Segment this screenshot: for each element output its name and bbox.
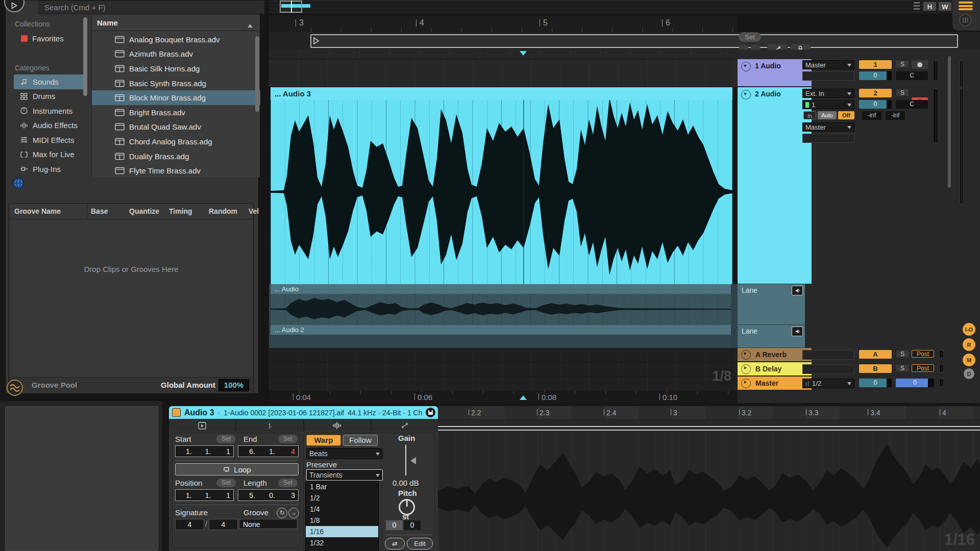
take-lane-1[interactable]: ... Audio (269, 284, 738, 325)
follow-button[interactable]: Follow (343, 435, 378, 446)
lane2-clip-label[interactable]: ... Audio 2 (271, 325, 731, 335)
sample-editor[interactable]: 2.22.32.433.23.33.44 1/16 (438, 406, 980, 551)
pitch-fine[interactable]: 0 (404, 520, 421, 530)
save-default-clip-button[interactable] (426, 408, 435, 417)
track2-solo-button[interactable]: S (896, 89, 909, 96)
sidebar-item-sounds[interactable]: Sounds (14, 74, 86, 89)
lane2-header[interactable]: Lane (738, 325, 805, 348)
groove-pool-drop-zone[interactable]: Drop Clips or Grooves Here (9, 265, 253, 273)
groove-select[interactable]: None (239, 519, 298, 529)
track2-activator[interactable]: 2 (859, 89, 892, 97)
fixed-height-button[interactable]: H (923, 2, 937, 11)
edit-button[interactable]: Edit (407, 538, 433, 549)
file-item[interactable]: Duality Brass.adg (92, 149, 260, 164)
track2-header[interactable]: 2 Audio (738, 87, 812, 284)
extract-groove-button[interactable]: → (288, 508, 299, 518)
monitor-auto-button[interactable]: Auto (818, 111, 837, 119)
tab-modulation[interactable] (372, 419, 438, 432)
file-item[interactable]: Azimuth Brass.adv (92, 47, 260, 62)
sidebar-scrollbar[interactable] (83, 17, 87, 96)
lane1-clip-body[interactable] (271, 294, 731, 325)
sample-loop-brace-bottom[interactable] (438, 430, 980, 431)
file-item[interactable]: Brutal Quad Saw.adv (92, 120, 260, 135)
sidebar-item-midi-effects[interactable]: MIDI Effects (14, 133, 86, 147)
length-set-button[interactable]: Set (278, 479, 298, 487)
clip-waveform-area[interactable] (271, 100, 732, 284)
track2-pan[interactable]: 0 (859, 100, 892, 109)
signature-denominator[interactable]: 4 (209, 519, 238, 530)
clip-color-swatch[interactable] (172, 408, 181, 417)
sidebar-item-drums[interactable]: Drums (14, 89, 86, 104)
master-fold-icon[interactable] (741, 379, 751, 388)
track2-input-channel[interactable]: 1 (802, 100, 854, 109)
position-value[interactable]: 1.1.1 (175, 489, 234, 501)
return-a-routing[interactable] (802, 350, 854, 360)
track2-sub-routing[interactable] (802, 134, 854, 143)
track2-fold-icon[interactable] (741, 90, 751, 99)
packs-source-row[interactable] (5, 177, 259, 190)
signature-numerator[interactable]: 4 (175, 519, 204, 530)
return-a-fold-icon[interactable] (741, 350, 751, 360)
sidebar-item-plug-ins[interactable]: Plug-Ins (14, 162, 86, 177)
track2-input-routing[interactable]: Ext. In (802, 89, 854, 98)
return-a-pre-post[interactable]: Post (912, 350, 934, 358)
track2-crossfade[interactable]: C (896, 100, 928, 109)
preserve-option[interactable]: Transients (306, 548, 378, 551)
preserve-option[interactable]: 1/32 (306, 537, 378, 548)
lane1-header[interactable]: Lane (738, 284, 805, 325)
warp-mode-select[interactable]: Beats (306, 448, 383, 459)
col-base[interactable]: Base (91, 207, 108, 215)
preserve-option[interactable]: 1/8 (306, 515, 378, 526)
arrangement-view-icon[interactable] (959, 2, 973, 10)
return-b-pre-post[interactable]: Post (912, 364, 934, 372)
col-quantize[interactable]: Quantize (129, 207, 159, 215)
sample-beat-ruler[interactable]: 2.22.32.433.23.33.44 (438, 406, 980, 420)
file-item[interactable]: Bright Brass.adv (92, 105, 260, 120)
loop-toggle-button[interactable]: Loop (175, 463, 299, 475)
sidebar-item-max-for-live[interactable]: Max for Live (14, 147, 86, 162)
show-returns-button[interactable]: R (963, 338, 975, 351)
sidebar-item-instruments[interactable]: Instruments (14, 104, 86, 118)
return-tracks-area[interactable] (269, 348, 738, 391)
monitor-in-button[interactable]: In (803, 111, 816, 119)
track1-header[interactable]: 1 Audio (738, 59, 812, 87)
file-item[interactable]: Block Minor Brass.adg (92, 90, 260, 105)
arrangement-clip-audio3[interactable]: ... Audio 3 (271, 87, 732, 284)
preserve-select[interactable]: Transients (306, 469, 383, 481)
col-velocity[interactable]: Vel (249, 207, 259, 215)
file-item[interactable]: Flyte Time Brass.adv (92, 163, 260, 177)
show-io-button[interactable]: I-O (963, 323, 975, 336)
return-a-header[interactable]: A Reverb (738, 348, 812, 362)
end-set-button[interactable]: Set (278, 435, 298, 443)
return-b-activator[interactable]: B (859, 364, 892, 373)
col-timing[interactable]: Timing (169, 207, 192, 215)
sidebar-item-favorites[interactable]: Favorites (15, 31, 86, 46)
reverse-button[interactable]: ⇄ (385, 538, 405, 549)
track2-meter-left[interactable]: -inf (862, 111, 881, 120)
arrangement-vertical-scrollbar[interactable] (948, 56, 951, 188)
lane2-clip-body[interactable] (271, 335, 731, 348)
col-groove-name[interactable]: Groove Name (14, 207, 61, 215)
arrangement-loop-brace[interactable] (310, 34, 958, 48)
return-b-header[interactable]: B Delay (738, 362, 812, 376)
master-cue-out[interactable]: 1/2 (802, 379, 854, 388)
start-value[interactable]: 1.1.1 (175, 445, 234, 457)
insert-marker-bottom[interactable] (520, 392, 527, 400)
position-set-button[interactable]: Set (216, 479, 236, 487)
set-locators-button[interactable]: Set (739, 32, 761, 42)
fixed-width-button[interactable]: W (938, 2, 952, 11)
insert-marker-top[interactable] (520, 51, 527, 59)
master-volume[interactable]: 0 (896, 379, 934, 387)
return-b-solo[interactable]: S (896, 364, 909, 372)
search-input[interactable]: Search (Cmd + F) (38, 1, 264, 14)
return-b-fold-icon[interactable] (741, 364, 751, 374)
pitch-coarse[interactable]: 0 (386, 520, 403, 530)
monitor-off-button[interactable]: Off (838, 111, 854, 119)
file-item[interactable]: Chord Analog Brass.adg (92, 134, 260, 149)
file-item[interactable]: Basic Silk Horns.adg (92, 61, 260, 76)
gain-slider[interactable] (405, 445, 406, 475)
file-list-header[interactable]: Name (92, 15, 260, 31)
track1-arm-button[interactable] (912, 60, 928, 69)
return-a-activator[interactable]: A (859, 350, 892, 359)
clip-title-bar[interactable]: ... Audio 3 (271, 87, 732, 100)
